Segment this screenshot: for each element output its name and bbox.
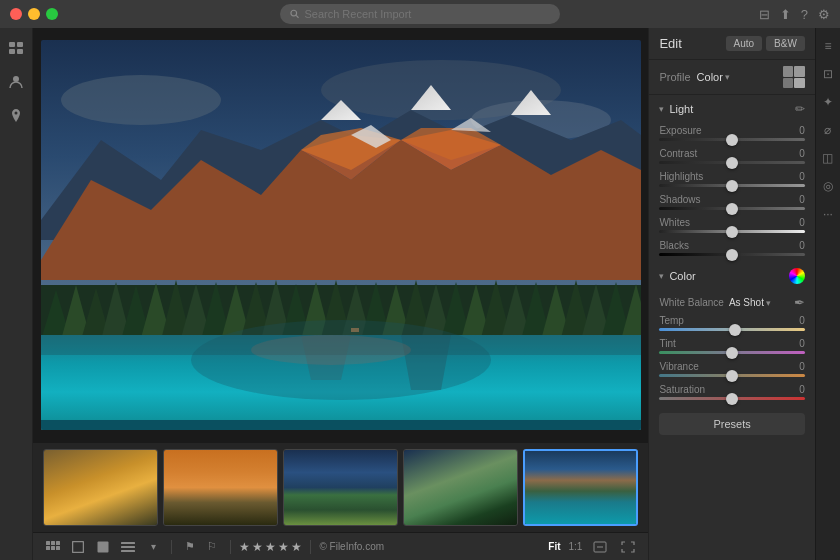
svg-rect-68 bbox=[73, 541, 84, 552]
sidebar-item-library[interactable] bbox=[4, 36, 28, 60]
whites-thumb[interactable] bbox=[726, 226, 738, 238]
contrast-thumb[interactable] bbox=[726, 157, 738, 169]
exposure-thumb[interactable] bbox=[726, 134, 738, 146]
chevron-down-icon[interactable]: ▾ bbox=[143, 539, 163, 555]
light-section-header[interactable]: ▾ Light ✏ bbox=[649, 95, 814, 123]
tint-thumb[interactable] bbox=[726, 347, 738, 359]
maximize-button[interactable] bbox=[46, 8, 58, 20]
highlights-value: 0 bbox=[799, 171, 805, 182]
edit-header: Edit Auto B&W bbox=[649, 28, 814, 60]
svg-point-6 bbox=[13, 76, 19, 82]
fullscreen-icon[interactable] bbox=[618, 539, 638, 555]
temp-slider[interactable] bbox=[659, 328, 804, 331]
search-bar[interactable] bbox=[280, 4, 560, 24]
highlights-thumb[interactable] bbox=[726, 180, 738, 192]
svg-rect-63 bbox=[51, 541, 55, 545]
filter-icon[interactable]: ⊟ bbox=[759, 7, 770, 22]
filmstrip-thumb-1[interactable] bbox=[43, 449, 158, 526]
profile-grid-icon[interactable] bbox=[783, 66, 805, 88]
panel-healing-icon[interactable]: ✦ bbox=[818, 92, 838, 112]
filmstrip-thumb-2[interactable] bbox=[163, 449, 278, 526]
list-view-icon[interactable] bbox=[118, 539, 138, 555]
share-icon[interactable]: ⬆ bbox=[780, 7, 791, 22]
star-1[interactable]: ★ bbox=[239, 540, 250, 554]
vibrance-slider-row: Vibrance 0 bbox=[649, 359, 814, 382]
exposure-slider[interactable] bbox=[659, 138, 804, 141]
settings-icon[interactable]: ⚙ bbox=[818, 7, 830, 22]
tint-slider[interactable] bbox=[659, 351, 804, 354]
shadows-label: Shadows bbox=[659, 194, 700, 205]
vibrance-thumb[interactable] bbox=[726, 370, 738, 382]
color-section-header[interactable]: ▾ Color bbox=[649, 261, 814, 291]
temp-thumb[interactable] bbox=[729, 324, 741, 336]
svg-rect-67 bbox=[56, 546, 60, 550]
flag-icon[interactable]: ⚑ bbox=[180, 539, 200, 555]
panel-crop-icon[interactable]: ⊡ bbox=[818, 64, 838, 84]
vibrance-slider[interactable] bbox=[659, 374, 804, 377]
star-3[interactable]: ★ bbox=[265, 540, 276, 554]
grid-view-icon[interactable] bbox=[43, 539, 63, 555]
svg-line-1 bbox=[296, 15, 298, 17]
blacks-thumb[interactable] bbox=[726, 249, 738, 261]
saturation-thumb[interactable] bbox=[726, 393, 738, 405]
presets-button[interactable]: Presets bbox=[659, 413, 804, 435]
color-target-icon[interactable] bbox=[789, 268, 805, 284]
blacks-slider[interactable] bbox=[659, 253, 804, 256]
flag2-icon[interactable]: ⚐ bbox=[202, 539, 222, 555]
light-section: ▾ Light ✏ Exposure 0 Contrast 0 bbox=[649, 95, 814, 261]
svg-point-0 bbox=[291, 10, 297, 16]
minimize-button[interactable] bbox=[28, 8, 40, 20]
titlebar: ⊟ ⬆ ? ⚙ bbox=[0, 0, 840, 28]
exposure-label: Exposure bbox=[659, 125, 701, 136]
svg-rect-72 bbox=[121, 550, 135, 552]
filmstrip-thumb-4[interactable] bbox=[403, 449, 518, 526]
blacks-slider-row: Blacks 0 bbox=[649, 238, 814, 261]
panel-adjust-icon[interactable]: ≡ bbox=[818, 36, 838, 56]
bottom-bar: ▾ ⚑ ⚐ ★ ★ ★ ★ ★ © FileInfo.com Fit 1:1 bbox=[33, 532, 648, 560]
fit-label[interactable]: Fit bbox=[548, 541, 560, 552]
shadows-value: 0 bbox=[799, 194, 805, 205]
search-input[interactable] bbox=[304, 8, 550, 20]
rating-stars[interactable]: ★ ★ ★ ★ ★ bbox=[239, 540, 302, 554]
traffic-lights bbox=[10, 8, 58, 20]
tint-label: Tint bbox=[659, 338, 675, 349]
separator-2 bbox=[230, 540, 231, 554]
whites-slider[interactable] bbox=[659, 230, 804, 233]
star-2[interactable]: ★ bbox=[252, 540, 263, 554]
bw-button[interactable]: B&W bbox=[766, 36, 805, 51]
white-balance-value[interactable]: As Shot ▾ bbox=[729, 297, 771, 308]
single-view-icon[interactable] bbox=[93, 539, 113, 555]
shadows-thumb[interactable] bbox=[726, 203, 738, 215]
wb-chevron-icon: ▾ bbox=[766, 298, 771, 308]
photo-canvas bbox=[41, 40, 641, 430]
svg-point-59 bbox=[251, 335, 411, 365]
panel-gradient-icon[interactable]: ◫ bbox=[818, 148, 838, 168]
panel-more-icon[interactable]: ··· bbox=[818, 204, 838, 224]
sidebar-item-people[interactable] bbox=[4, 70, 28, 94]
highlights-label: Highlights bbox=[659, 171, 703, 182]
sidebar-item-map[interactable] bbox=[4, 104, 28, 128]
saturation-slider[interactable] bbox=[659, 397, 804, 400]
profile-value[interactable]: Color ▾ bbox=[697, 71, 730, 83]
light-edit-icon[interactable]: ✏ bbox=[795, 102, 805, 116]
profile-row: Profile Color ▾ bbox=[649, 60, 814, 95]
star-5[interactable]: ★ bbox=[291, 540, 302, 554]
auto-button[interactable]: Auto bbox=[726, 36, 763, 51]
filmstrip-thumb-3[interactable] bbox=[283, 449, 398, 526]
separator-1 bbox=[171, 540, 172, 554]
highlights-slider[interactable] bbox=[659, 184, 804, 187]
svg-rect-71 bbox=[121, 546, 135, 548]
help-icon[interactable]: ? bbox=[801, 7, 808, 22]
copyright-text: © FileInfo.com bbox=[319, 541, 384, 552]
contrast-slider[interactable] bbox=[659, 161, 804, 164]
panel-brush-icon[interactable]: ⌀ bbox=[818, 120, 838, 140]
zoom-icon[interactable] bbox=[590, 539, 610, 555]
star-4[interactable]: ★ bbox=[278, 540, 289, 554]
eyedropper-icon[interactable]: ✒ bbox=[794, 295, 805, 310]
panel-redeye-icon[interactable]: ◎ bbox=[818, 176, 838, 196]
close-button[interactable] bbox=[10, 8, 22, 20]
filmstrip-thumb-5[interactable] bbox=[523, 449, 638, 526]
color-section: ▾ Color White Balance As Shot ▾ ✒ Temp 0 bbox=[649, 261, 814, 405]
shadows-slider[interactable] bbox=[659, 207, 804, 210]
square-view-icon[interactable] bbox=[68, 539, 88, 555]
